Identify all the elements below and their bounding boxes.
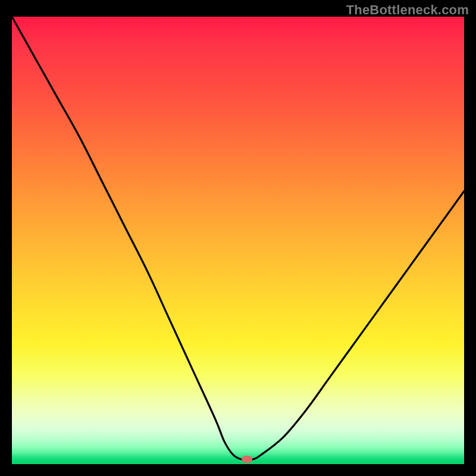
watermark-text: TheBottleneck.com [346, 2, 469, 18]
bottleneck-curve [12, 17, 464, 464]
chart-frame: TheBottleneck.com [0, 0, 476, 476]
optimal-point-marker [242, 456, 252, 463]
plot-area [12, 17, 464, 464]
